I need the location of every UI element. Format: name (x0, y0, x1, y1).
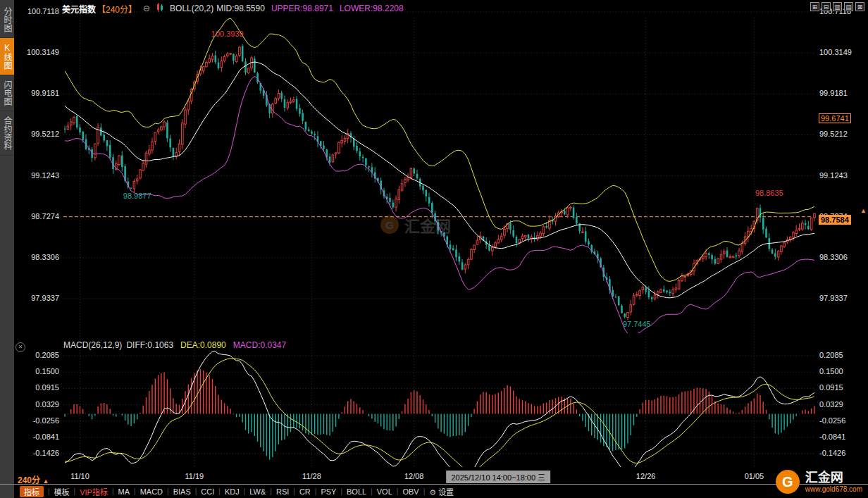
toolbar-separator: | (397, 487, 399, 495)
last-price-arrow-icon: ▲ (860, 207, 867, 214)
toolbar-separator: | (340, 487, 342, 495)
sidebar: 分时图K线图闪电图合约资料 (0, 0, 14, 498)
macd-panel-icon[interactable]: ✕ (16, 342, 25, 352)
candle-icon (156, 3, 163, 14)
price-annotation: 98.8635 (755, 189, 783, 197)
toolbar-item-indicator[interactable]: 指标 (20, 486, 44, 497)
toolbar-item-template[interactable]: 模板 (54, 486, 70, 497)
macd-axis-label: -0.0841 (23, 432, 59, 441)
price-axis-label: 99.9181 (23, 89, 59, 97)
boll-mid-value: MID:98.5590 (216, 4, 265, 13)
macd-axis-label: 0.2085 (819, 351, 862, 359)
toolbar-item-macd[interactable]: MACD (140, 487, 163, 496)
last-price-badge: 98.7584 (819, 215, 851, 225)
symbol-title: 美元指数 (62, 3, 96, 15)
sidebar-tab-time-chart[interactable]: 分时图 (0, 2, 14, 38)
price-axis-label: 100.3149 (819, 48, 862, 56)
sidebar-tab-contract-info[interactable]: 合约资料 (0, 111, 14, 156)
price-axis-label: 97.9337 (23, 294, 59, 302)
toolbar-separator: | (293, 487, 295, 495)
date-label: 11/28 (290, 472, 333, 480)
macd-dea-line (65, 359, 814, 471)
toolbar-separator: | (270, 487, 272, 495)
toolbar-item-settings[interactable]: ⚙设置 (429, 486, 454, 497)
bottom-toolbar: 指标|模板|VIP指标|MA|MACD|BIAS|CCI|KDJ|LW&|RSI… (14, 485, 868, 498)
price-annotation: 100.3939 (211, 30, 244, 38)
toolbar-item-bias[interactable]: BIAS (173, 487, 191, 496)
macd-axis-label: 0.1500 (819, 367, 862, 375)
toolbar-separator: | (48, 487, 50, 495)
price-annotation: 97.7445 (623, 320, 651, 328)
toolbar-item-rsi[interactable]: RSI (276, 487, 289, 496)
period-label: 【240分】 (97, 3, 137, 15)
price-axis-label: 99.9181 (819, 89, 862, 97)
toolbar-item-obv[interactable]: OBV (402, 487, 418, 496)
price-axis-label: 98.3306 (23, 253, 59, 261)
toolbar-separator: | (74, 487, 76, 495)
date-label: 11/19 (173, 472, 216, 480)
logo-url: www.gold678.com (805, 485, 862, 494)
toolbar-separator: | (371, 487, 373, 495)
watermark-logo-icon: G (380, 216, 399, 234)
layout-icon-3[interactable]: ▤ (844, 2, 853, 11)
boll-mid-line (65, 62, 814, 298)
zoom-out-icon[interactable]: ⊖ (143, 4, 150, 13)
macd-diff-value: DIFF:0.1063 (126, 340, 173, 350)
watermark-text: 汇金网 (404, 213, 451, 236)
macd-axis-label: -0.1426 (819, 449, 862, 457)
price-axis-label: 98.7274 (23, 212, 59, 220)
logo-name: 汇金网 (805, 471, 862, 485)
gear-icon: ⚙ (429, 488, 436, 497)
boll-upper-value: UPPER:98.8971 (271, 4, 333, 13)
macd-axis-label: 0.0915 (23, 383, 59, 392)
macd-axis-label: 0.0329 (819, 400, 862, 409)
toolbar-item-lwr[interactable]: LW& (249, 487, 266, 496)
sidebar-tab-flash-chart[interactable]: 闪电图 (0, 75, 14, 111)
macd-diff-line (65, 351, 814, 478)
window-controls: ⊞⊟▥▤⊠ (810, 2, 864, 11)
toolbar-item-label: 设置 (438, 488, 454, 497)
macd-axis-label: -0.0841 (819, 432, 862, 441)
sidebar-tab-kline-chart[interactable]: K线图 (0, 38, 14, 75)
toolbar-item-boll[interactable]: BOLL (347, 487, 366, 496)
layout-icon-2[interactable]: ▥ (833, 2, 842, 11)
macd-params: MACD(26,12,9) (63, 340, 122, 350)
price-annotation: 98.9877 (123, 192, 151, 200)
price-axis-label: 99.5212 (819, 130, 862, 138)
macd-axis-label: 0.2085 (23, 351, 59, 359)
price-axis-label: 100.3149 (23, 48, 59, 56)
toolbar-item-psy[interactable]: PSY (321, 487, 336, 496)
macd-axis-label: 0.1500 (23, 367, 59, 375)
price-axis-label: 98.3306 (819, 253, 862, 261)
toolbar-item-cci[interactable]: CCI (201, 487, 214, 496)
layout-icon-0[interactable]: ⊞ (810, 2, 819, 11)
macd-header: MACD(26,12,9) DIFF:0.1063 DEA:0.0890 MAC… (63, 340, 286, 350)
price-axis-label: 99.1243 (819, 171, 862, 180)
toolbar-item-kdj[interactable]: KDJ (225, 487, 240, 496)
macd-axis-label: -0.0256 (819, 416, 862, 425)
toolbar-item-cr[interactable]: CR (299, 487, 311, 496)
toolbar-item-vip-indicator[interactable]: VIP指标 (80, 486, 108, 497)
toolbar-item-vol[interactable]: VOL (377, 487, 392, 496)
logo-icon: G (776, 470, 800, 494)
app-root: 100.393998.987797.744598.8635 G 汇金网 分时图K… (0, 0, 868, 498)
toolbar-separator: | (112, 487, 114, 495)
chart-header: 美元指数 【240分】 ⊖ BOLL(20,2) MID:98.5590 UPP… (62, 2, 404, 15)
boll-lower-value: LOWER:98.2208 (340, 4, 404, 13)
toolbar-item-ma[interactable]: MA (118, 487, 130, 496)
layout-icon-1[interactable]: ⊟ (822, 2, 831, 11)
date-label: 11/10 (58, 472, 101, 480)
macd-histogram (65, 369, 814, 460)
price-axis-label: 99.1243 (23, 171, 59, 180)
chart-canvas[interactable]: 100.393998.987797.744598.8635 (0, 0, 868, 498)
toolbar-separator: | (423, 487, 426, 495)
boll-lower-line (65, 76, 814, 335)
date-label: 01/05 (733, 472, 775, 480)
macd-value: MACD:0.0347 (233, 340, 286, 350)
price-axis-label: 97.9337 (819, 294, 862, 302)
ref-price-badge: 99.6741 (819, 113, 851, 123)
toolbar-separator: | (195, 487, 197, 495)
site-logo: G 汇金网 www.gold678.com (776, 470, 862, 494)
layout-icon-4[interactable]: ⊠ (855, 2, 864, 11)
toolbar-separator: | (167, 487, 169, 495)
